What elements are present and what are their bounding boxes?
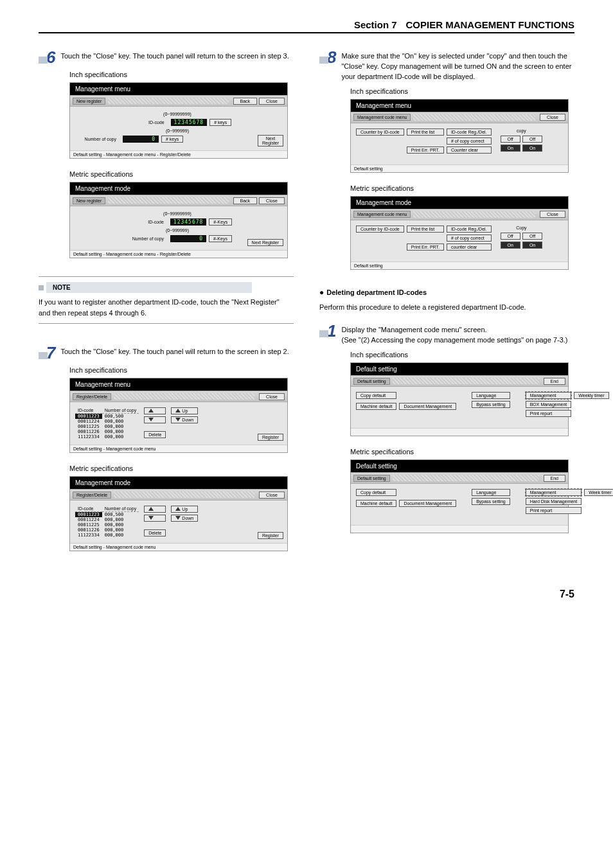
print-report-button[interactable]: Print report <box>526 410 572 417</box>
numkeys-button-2[interactable]: # keys <box>161 136 183 143</box>
box-mgmt-button[interactable]: BOX Management <box>526 401 572 408</box>
on-button-1[interactable]: On <box>501 242 520 249</box>
idreg-button[interactable]: ID-code Reg./Del. <box>447 128 492 136</box>
ribbon-label: Management code menu <box>353 114 411 121</box>
close-button[interactable]: Close <box>259 393 285 400</box>
down-arrow-button[interactable] <box>144 515 166 522</box>
off-button-1[interactable]: Off <box>501 233 520 240</box>
delete-button[interactable]: Delete <box>144 431 166 438</box>
numcopy-value: 0 <box>123 136 159 143</box>
register-button[interactable]: Register <box>258 532 283 539</box>
copy-label: copy <box>501 128 543 133</box>
counter-button[interactable]: Counter by ID-code <box>356 226 404 233</box>
close-button[interactable]: Close <box>540 211 565 218</box>
idcode-value: 12345678 <box>171 119 208 126</box>
ui-default-metric: Default setting Default setting End Copy… <box>350 459 569 533</box>
copy-label: Copy <box>501 226 543 230</box>
spec-label-metric-2: Metric specifications <box>69 465 294 472</box>
end-button[interactable]: End <box>544 475 565 482</box>
close-button[interactable]: Close <box>259 98 285 105</box>
spec-label-inch: Inch specifications <box>69 71 294 78</box>
hdd-mgmt-button[interactable]: Hard Disk Management <box>526 498 582 505</box>
language-button[interactable]: Language <box>472 489 510 496</box>
down-arrow-button[interactable] <box>144 416 166 423</box>
off-button-2[interactable]: Off <box>522 136 542 143</box>
numkeys-button-1[interactable]: #-Keys <box>209 218 232 226</box>
col-num: Number of copy <box>102 407 139 414</box>
table-row: 11122334000,000 <box>75 434 139 439</box>
table-row: 00011225000,000 <box>75 522 139 527</box>
off-button-2[interactable]: Off <box>522 233 542 240</box>
bypass-button[interactable]: Bypass setting <box>472 401 510 408</box>
note-label: NOTE <box>46 282 252 293</box>
close-button[interactable]: Close <box>259 197 285 204</box>
delete-button[interactable]: Delete <box>144 529 166 536</box>
ui-title: Management mode <box>351 197 568 209</box>
step-8-number: 8 <box>327 49 336 66</box>
machine-default-button[interactable]: Machine default <box>356 500 396 507</box>
content-columns: 6 Touch the "Close" key. The touch panel… <box>39 49 574 563</box>
page-up-button[interactable]: Up <box>171 506 198 513</box>
ui-title: Management mode <box>70 477 287 489</box>
deleting-intro: Perform this procedure to delete a regis… <box>319 302 574 313</box>
range-1: (0~99999999) <box>163 112 191 116</box>
doc-mgmt-button[interactable]: Document Management <box>399 500 456 507</box>
printlist-button[interactable]: Print the list <box>407 226 444 233</box>
off-button-1[interactable]: Off <box>501 136 520 143</box>
step-1-number: 1 <box>327 323 336 339</box>
ui-default-inch: Default setting Default setting End Copy… <box>350 362 569 436</box>
step-1-line1: Display the "Management code menu" scree… <box>341 325 567 335</box>
machine-default-button[interactable]: Machine default <box>356 403 396 410</box>
page-down-button[interactable]: Down <box>171 416 198 423</box>
note-separator-top <box>39 276 294 277</box>
step-6: 6 Touch the "Close" key. The touch panel… <box>39 49 294 66</box>
doc-mgmt-button[interactable]: Document Management <box>399 403 456 410</box>
cntclear-button[interactable]: Counter clear <box>447 146 492 154</box>
spec-label-metric: Metric specifications <box>69 170 294 178</box>
numcorr-button[interactable]: # of copy correct <box>447 235 492 242</box>
printerr-button[interactable]: Print Err. PRT. <box>407 244 444 251</box>
note-body: If you want to register another departme… <box>39 297 283 318</box>
management-button[interactable]: Management <box>526 392 572 399</box>
up-arrow-button[interactable] <box>144 407 166 414</box>
bypass-button[interactable]: Bypass setting <box>472 498 510 505</box>
ui-mgmt-inch: Management menu Management code menu Clo… <box>350 99 569 173</box>
numkeys-button-2[interactable]: #-Keys <box>209 235 232 242</box>
page-down-button[interactable]: Down <box>171 515 198 522</box>
deleting-heading: ●Deleting department ID-codes <box>319 288 574 297</box>
next-register-button[interactable]: Next Register <box>247 239 283 246</box>
spec-label-inch-2: Inch specifications <box>69 366 294 374</box>
timer-button[interactable]: Week timer <box>584 489 613 496</box>
print-report-button[interactable]: Print report <box>526 507 582 514</box>
col-num: Number of copy <box>102 506 139 512</box>
back-button[interactable]: Back <box>233 98 258 105</box>
register-button[interactable]: Register <box>258 434 283 441</box>
numkeys-button-1[interactable]: # keys <box>209 119 231 126</box>
printlist-button[interactable]: Print the list <box>407 128 444 136</box>
next-register-button[interactable]: Next Register <box>258 135 283 146</box>
timer-button[interactable]: Weekly timer <box>574 392 609 399</box>
id-table: ID-codeNumber of copy 00011223000,500 00… <box>75 506 139 538</box>
printerr-button[interactable]: Print Err. PRT. <box>407 146 444 154</box>
numcorr-button[interactable]: # of copy correct <box>447 137 492 145</box>
back-button[interactable]: Back <box>233 197 258 204</box>
idreg-button[interactable]: ID-code Reg./Del. <box>447 226 492 233</box>
page-up-button[interactable]: Up <box>171 407 198 414</box>
end-button[interactable]: End <box>544 378 565 385</box>
close-button[interactable]: Close <box>259 492 285 499</box>
up-arrow-button[interactable] <box>144 506 166 513</box>
copy-default-button[interactable]: Copy default <box>356 392 396 399</box>
management-button[interactable]: Management <box>526 489 582 496</box>
ui-title: Default setting <box>351 460 568 472</box>
close-button[interactable]: Close <box>540 114 565 121</box>
ui-footer: Default setting <box>351 164 568 172</box>
ui-title: Management menu <box>70 83 287 95</box>
counter-button[interactable]: Counter by ID-code <box>356 128 404 136</box>
on-button-2[interactable]: On <box>522 242 542 249</box>
copy-default-button[interactable]: Copy default <box>356 489 396 496</box>
cntclear-button[interactable]: counter clear <box>447 244 492 251</box>
on-button-1[interactable]: On <box>501 145 520 152</box>
language-button[interactable]: Language <box>472 392 510 399</box>
range-2: (0~999999) <box>166 228 189 233</box>
on-button-2[interactable]: On <box>522 145 542 152</box>
